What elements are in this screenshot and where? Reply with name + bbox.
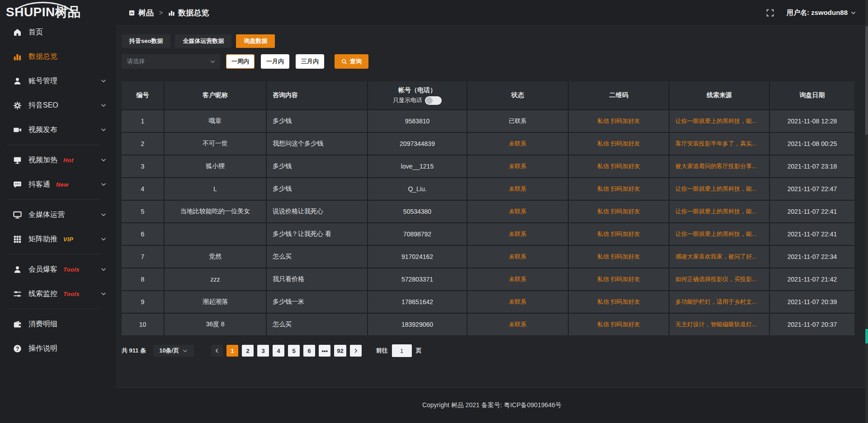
search-button[interactable]: 查询 — [335, 54, 368, 69]
sliders-icon — [13, 290, 22, 298]
cell-date: 2021-11-08 12:28 — [770, 110, 854, 132]
cell-qrcode[interactable]: 私信 扫码加好友 — [569, 110, 669, 132]
fullscreen-icon[interactable] — [766, 9, 774, 17]
sidebar-item-label: 首页 — [28, 28, 43, 37]
column-header-source: 线索来源 — [670, 81, 769, 109]
cell-qrcode[interactable]: 私信 扫码加好友 — [569, 314, 669, 335]
sidebar-item-video-publish[interactable]: 视频发布 — [0, 118, 116, 142]
copyright-text: Copyright 树品 2021 备案号: 粤ICP备09019646号 — [422, 401, 561, 409]
column-header-nickname: 客户昵称 — [165, 81, 266, 109]
column-header-status: 状态 — [467, 81, 568, 109]
cell-source[interactable]: 让你一眼就爱上的黑科技，能... — [670, 110, 769, 132]
main-area: 抖音seo数据全媒体运营数据询盘数据 请选择 一周内一月内三月内 查询 编号客户… — [116, 26, 868, 388]
sidebar-item-label: 数据总览 — [28, 52, 57, 61]
cell-account: love__1215 — [368, 155, 467, 177]
page-button-4[interactable]: 4 — [273, 345, 284, 357]
phone-only-toggle[interactable] — [425, 96, 442, 105]
filter-select[interactable]: 请选择 — [122, 54, 220, 69]
sidebar-item-clue-monitor[interactable]: 线索监控Tools — [0, 282, 116, 306]
cell-qrcode[interactable]: 私信 扫码加好友 — [569, 201, 669, 222]
tab-douyin-seo-data[interactable]: 抖音seo数据 — [122, 34, 170, 48]
scrollbar-thumb[interactable] — [865, 26, 868, 135]
member-icon — [13, 265, 22, 274]
video-publish-icon — [13, 126, 22, 134]
chat-icon — [13, 180, 22, 189]
sidebar-item-data-overview[interactable]: 数据总览 — [0, 44, 116, 69]
cell-source[interactable]: 多功能护栏灯，适用于乡村文... — [670, 291, 769, 313]
page-button-92[interactable]: 92 — [334, 345, 346, 357]
cell-source[interactable]: 客厅安装投影半年多了，真实... — [670, 133, 769, 155]
sidebar-item-expense-detail[interactable]: 消费明细 — [0, 312, 116, 336]
cell-source[interactable]: 让你一眼就爱上的黑科技，能... — [670, 223, 769, 245]
sidebar-item-douyin-seo[interactable]: 抖音SEO — [0, 93, 116, 118]
cell-source[interactable]: 让你一眼就爱上的黑科技，能... — [670, 201, 769, 222]
range-button-one-week[interactable]: 一周内 — [226, 54, 255, 69]
chevron-down-icon — [100, 127, 107, 133]
cell-no: 3 — [122, 155, 164, 177]
sidebar-item-matrix-boost[interactable]: 矩阵助推VIP — [0, 227, 116, 251]
cell-no: 6 — [122, 223, 164, 245]
page-size-select[interactable]: 10条/页 — [153, 345, 194, 357]
cell-content: 多少钱？让我死心 看 — [267, 223, 367, 245]
column-header-qrcode: 二维码 — [569, 81, 669, 109]
range-button-one-month[interactable]: 一月内 — [261, 54, 289, 69]
page-button-6[interactable]: 6 — [303, 345, 315, 357]
cell-qrcode[interactable]: 私信 扫码加好友 — [569, 291, 669, 313]
cell-account: 178651642 — [368, 291, 467, 313]
tab-inquiry-data[interactable]: 询盘数据 — [236, 34, 275, 48]
cell-nickname: 觉然 — [165, 246, 266, 268]
screen-icon — [13, 156, 22, 164]
page-button-3[interactable]: 3 — [257, 345, 269, 357]
username-menu[interactable]: 用户名: zswodun88 — [787, 9, 856, 17]
sidebar-item-account-manage[interactable]: 账号管理 — [0, 69, 116, 93]
cell-qrcode[interactable]: 私信 扫码加好友 — [569, 223, 669, 245]
sidebar-item-operation-guide[interactable]: ?操作说明 — [0, 336, 116, 361]
cell-qrcode[interactable]: 私信 扫码加好友 — [569, 246, 669, 268]
cell-status: 未联系 — [467, 268, 568, 290]
cell-content: 怎么买 — [267, 246, 367, 268]
header-right: 用户名: zswodun88 — [766, 9, 856, 17]
cell-date: 2021-11-07 22:41 — [770, 223, 854, 245]
sidebar-item-video-heat[interactable]: 视频加热Hot — [0, 148, 116, 172]
cell-status: 未联系 — [467, 133, 568, 155]
cell-source[interactable]: 让你一眼就爱上的黑科技，能... — [670, 178, 769, 200]
cell-qrcode[interactable]: 私信 扫码加好友 — [569, 155, 669, 177]
tab-media-operation-data[interactable]: 全媒体运营数据 — [175, 34, 231, 48]
page-button-5[interactable]: 5 — [288, 345, 300, 357]
cell-qrcode[interactable]: 私信 扫码加好友 — [569, 133, 669, 155]
toggle-knob — [426, 97, 433, 104]
cell-status: 未联系 — [467, 201, 568, 222]
cell-source[interactable]: 如何正确选择投影仪，买投影... — [670, 268, 769, 290]
top-header: 树品 > 数据总览 用户名: zswodun88 — [116, 0, 868, 26]
page-button-1[interactable]: 1 — [226, 345, 238, 357]
sidebar-item-label: 线索监控 — [28, 289, 57, 299]
sidebar-item-member-baoke[interactable]: 会员爆客Tools — [0, 257, 116, 282]
cell-account: 917024162 — [368, 246, 467, 268]
cell-content: 多少钱 — [267, 178, 367, 200]
next-page-button[interactable] — [350, 345, 362, 357]
prev-page-button[interactable] — [211, 345, 223, 357]
range-button-three-month[interactable]: 三月内 — [296, 54, 324, 69]
chevron-down-icon — [850, 10, 856, 16]
total-count: 共 911 条 — [122, 347, 146, 355]
cell-date: 2021-11-07 20:37 — [770, 314, 854, 335]
cell-source[interactable]: 感谢大家喜欢我家，被问了好... — [670, 246, 769, 268]
sidebar-divider — [7, 145, 99, 145]
cell-qrcode[interactable]: 私信 扫码加好友 — [569, 268, 669, 290]
sidebar-item-media-operation[interactable]: 全媒体运营 — [0, 202, 116, 227]
sidebar-item-doukitong[interactable]: 抖客通New — [0, 172, 116, 197]
scrollbar[interactable] — [865, 0, 868, 423]
search-icon — [341, 59, 347, 65]
cell-source[interactable]: 被大家追着问的客厅投影分享... — [670, 155, 769, 177]
breadcrumb-app[interactable]: 树品 — [138, 8, 154, 18]
content: 抖音seo数据全媒体运营数据询盘数据 请选择 一周内一月内三月内 查询 编号客户… — [116, 26, 868, 357]
page-button-2[interactable]: 2 — [242, 345, 254, 357]
cell-qrcode[interactable]: 私信 扫码加好友 — [569, 178, 669, 200]
sidebar-item-home[interactable]: 首页 — [0, 20, 116, 44]
cell-no: 9 — [122, 291, 164, 313]
pages-ellipsis[interactable]: ••• — [319, 345, 330, 357]
cell-source[interactable]: 无主灯设计，智能磁吸轨道灯... — [670, 314, 769, 335]
sidebar: SHUPIN树品 首页数据总览账号管理抖音SEO视频发布视频加热Hot抖客通Ne… — [0, 0, 116, 423]
page-jump-input[interactable] — [392, 344, 412, 357]
chevron-down-icon — [100, 291, 107, 297]
